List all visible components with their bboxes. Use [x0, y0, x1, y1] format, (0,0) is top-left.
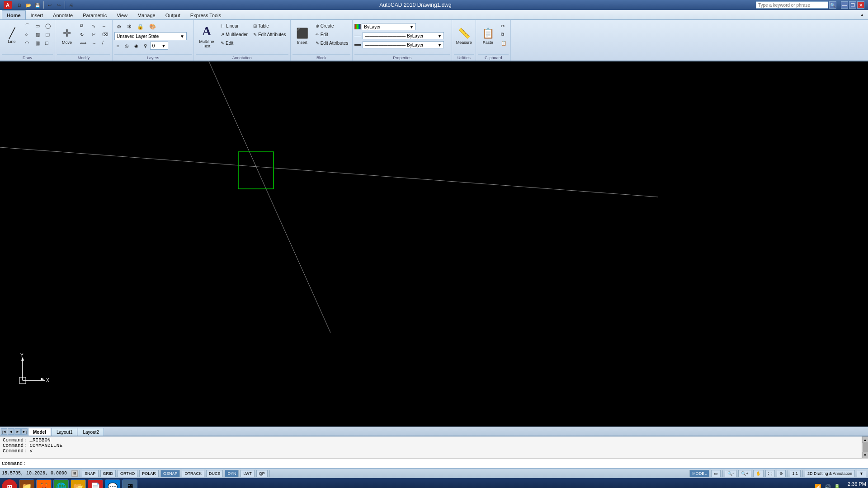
- linear-dim-button[interactable]: ⊢ Linear: [218, 22, 250, 30]
- steering-btn[interactable]: ⊕: [777, 470, 786, 477]
- open-button[interactable]: 📂: [24, 1, 33, 9]
- arc-button[interactable]: ◠: [23, 39, 32, 47]
- redo-button[interactable]: ↪: [55, 1, 63, 9]
- zoom-in-btn[interactable]: 🔍+: [738, 470, 751, 477]
- gradient-button[interactable]: ▥: [33, 39, 42, 47]
- snap-button[interactable]: SNAP: [82, 470, 99, 477]
- tab-model[interactable]: Model: [28, 428, 51, 436]
- polar-button[interactable]: POLAR: [139, 470, 159, 477]
- tab-nav-next[interactable]: ►: [14, 428, 21, 435]
- tab-annotate[interactable]: Annotate: [48, 10, 78, 19]
- new-button[interactable]: 🗋: [15, 1, 24, 9]
- paste-button[interactable]: 📋 Paste: [478, 22, 498, 51]
- wipeout-button[interactable]: □: [43, 39, 53, 47]
- layer-isolate-button[interactable]: ◎: [123, 42, 131, 50]
- minimize-button[interactable]: —: [841, 1, 848, 9]
- search-input[interactable]: [756, 1, 828, 9]
- offset-button[interactable]: ⧸: [99, 39, 110, 47]
- hatch-button[interactable]: ▨: [33, 30, 42, 38]
- layer-freeze-button[interactable]: ❄: [125, 23, 134, 31]
- taskbar-files[interactable]: 📁: [19, 479, 34, 488]
- cut-button[interactable]: ✂: [499, 22, 509, 30]
- taskbar-network[interactable]: 🖥: [122, 479, 137, 488]
- measure-button[interactable]: 📏 Measure: [454, 22, 474, 51]
- edit-attr-inline-button[interactable]: ✎ Edit Attributes: [313, 39, 351, 47]
- tab-layout1[interactable]: Layout1: [52, 428, 78, 436]
- copy-clip-button[interactable]: ⧉: [499, 30, 509, 38]
- scale-button[interactable]: ⤡: [90, 22, 99, 30]
- drawing-canvas[interactable]: Y X: [0, 61, 868, 427]
- edit-button[interactable]: ✎ Edit: [218, 39, 250, 47]
- table-button[interactable]: ⊞ Table: [251, 22, 288, 30]
- clock[interactable]: 2:36 PM 1/17/2013: [844, 481, 866, 488]
- color-dropdown[interactable]: ByLayer ▼: [362, 23, 416, 30]
- lwt-button[interactable]: LWT: [241, 470, 254, 477]
- ducs-button[interactable]: DUCS: [206, 470, 223, 477]
- polyline-button[interactable]: ⌒: [23, 22, 32, 30]
- pan-btn[interactable]: ✋: [753, 470, 764, 477]
- layer-lock-button[interactable]: 🔒: [135, 23, 146, 31]
- tab-view[interactable]: View: [112, 10, 132, 19]
- move-button[interactable]: ✛ Move: [57, 22, 77, 51]
- zoom-out-btn[interactable]: 🔍-: [725, 470, 736, 477]
- erase-button[interactable]: ⌫: [99, 30, 110, 38]
- save-button[interactable]: 💾: [33, 1, 42, 9]
- edit-attributes-button[interactable]: ✎ Edit Attributes: [251, 30, 288, 38]
- ribbon-minimize-icon[interactable]: ▲: [858, 10, 866, 19]
- rotate-button[interactable]: ↻: [78, 30, 89, 38]
- taskbar-pdf[interactable]: 📄: [88, 479, 103, 488]
- layer-walk-button[interactable]: ⚲: [142, 42, 149, 50]
- dyn-button[interactable]: DYN: [225, 470, 239, 477]
- close-button[interactable]: ✕: [857, 1, 864, 9]
- coords-lock-icon[interactable]: ⊞: [71, 470, 78, 477]
- layer-properties-button[interactable]: ⚙: [114, 23, 124, 31]
- workspace-arrow[interactable]: ▼: [857, 470, 866, 477]
- tab-insert[interactable]: Insert: [26, 10, 48, 19]
- region-button[interactable]: ▢: [43, 30, 53, 38]
- mirror-button[interactable]: ⟺: [78, 39, 89, 47]
- linetype-dropdown[interactable]: ————————— ByLayer ▼: [363, 32, 444, 39]
- qp-button[interactable]: QP: [256, 470, 268, 477]
- command-input[interactable]: [26, 461, 866, 466]
- insert-block-button[interactable]: ⬛ Insert: [292, 22, 312, 51]
- stretch-button[interactable]: ↔: [99, 22, 110, 30]
- layer-color-button[interactable]: 🎨: [147, 23, 158, 31]
- cmd-scroll-thumb[interactable]: [863, 443, 868, 452]
- taskbar-folder[interactable]: 📂: [71, 479, 86, 488]
- create-block-button[interactable]: ⊕ Create: [313, 22, 351, 30]
- copy-button[interactable]: ⧉: [78, 22, 89, 30]
- layer-num-dropdown[interactable]: 0 ▼: [150, 42, 168, 50]
- tab-home[interactable]: Home: [2, 10, 26, 19]
- line-button[interactable]: ╱ Line: [2, 22, 22, 51]
- ellipse-button[interactable]: ◯: [43, 22, 53, 30]
- multiline-text-button[interactable]: A MultilineText: [196, 22, 217, 51]
- taskbar-firefox[interactable]: 🦊: [36, 479, 52, 488]
- paste-special-button[interactable]: 📋: [499, 39, 509, 47]
- lineweight-dropdown[interactable]: ————————— ByLayer ▼: [363, 41, 444, 48]
- taskbar-skype[interactable]: 💬: [105, 479, 120, 488]
- cmd-scrollbar[interactable]: ▲ ▼: [862, 436, 868, 458]
- grid-button[interactable]: GRID: [100, 470, 116, 477]
- model-btn[interactable]: MODEL: [689, 470, 709, 477]
- tab-nav-prev[interactable]: ◄: [8, 428, 14, 435]
- tab-manage[interactable]: Manage: [132, 10, 160, 19]
- multileader-button[interactable]: ↗ Multileader: [218, 30, 250, 38]
- extend-button[interactable]: →: [90, 39, 99, 47]
- start-button[interactable]: ⊞: [2, 479, 17, 488]
- ortho-button[interactable]: ORTHO: [118, 470, 137, 477]
- edit-block-button[interactable]: ✏ Edit: [313, 30, 351, 38]
- otrack-button[interactable]: OTRACK: [182, 470, 204, 477]
- osnap-button[interactable]: OSNAP: [160, 470, 180, 477]
- workspace-btn[interactable]: 2D Drafting & Annotation: [805, 470, 855, 477]
- scale-btn[interactable]: 1:1: [790, 470, 801, 477]
- cmd-scroll-up[interactable]: ▲: [862, 436, 868, 443]
- tab-nav-start[interactable]: |◄: [1, 428, 7, 435]
- fullscreen-btn[interactable]: ⛶: [765, 470, 775, 477]
- restore-button[interactable]: ❐: [849, 1, 856, 9]
- circle-button[interactable]: ○: [23, 30, 32, 38]
- paper-btn[interactable]: ▭: [711, 470, 721, 477]
- layer-unisolate-button[interactable]: ◉: [132, 42, 141, 50]
- app-logo[interactable]: A: [4, 1, 12, 9]
- rectangle-button[interactable]: ▭: [33, 22, 42, 30]
- layer-dropdown[interactable]: Unsaved Layer State ▼: [114, 32, 187, 40]
